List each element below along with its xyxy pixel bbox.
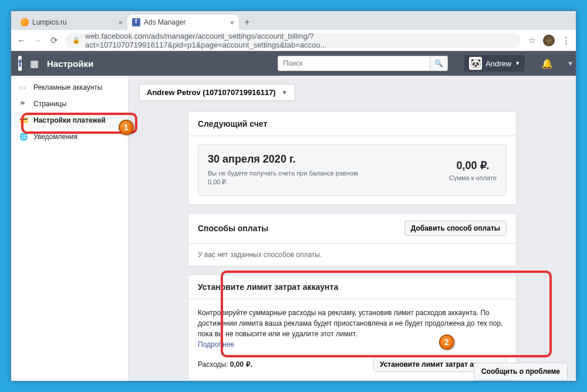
favicon-icon (132, 18, 140, 26)
next-bill-panel: Следующий счет 30 апреля 2020 г. Вы не б… (188, 111, 517, 205)
back-icon[interactable]: ← (16, 35, 26, 45)
user-name: Andrew (485, 59, 511, 68)
annotation-badge-1: 1 (119, 120, 134, 135)
bill-card: 30 апреля 2020 г. Вы не будете получать … (198, 144, 507, 196)
account-selector-label: Andrew Petrov (1071070719916117) (147, 88, 276, 97)
sidebar-item-label: Страницы (33, 100, 66, 108)
bill-amount: 0,00 ₽. (449, 159, 497, 172)
reload-icon[interactable]: ⟳ (49, 35, 59, 46)
close-tab-icon[interactable]: × (230, 18, 234, 27)
panel-header: Следующий счет (188, 112, 516, 136)
sidebar-item-label: Уведомления (33, 133, 77, 141)
new-tab-button[interactable]: + (239, 15, 255, 30)
sidebar-item-label: Рекламные аккаунты (33, 83, 102, 92)
search-button[interactable]: 🔍 (430, 56, 448, 71)
sidebar-item-payment-settings[interactable]: 💳 Настройки платежей (11, 112, 128, 129)
globe-icon: 🌐 (19, 133, 28, 141)
notifications-icon[interactable]: 🔔 (541, 58, 553, 69)
sidebar-item-notifications[interactable]: 🌐 Уведомления (11, 129, 128, 145)
profile-avatar[interactable] (543, 35, 555, 46)
empty-payment-note: У вас нет заданных способов оплаты. (188, 244, 516, 266)
panel-title: Установите лимит затрат аккаунта (198, 282, 338, 292)
chevron-down-icon: ▼ (515, 60, 520, 66)
forward-icon[interactable]: → (32, 35, 43, 45)
spend-amount: Расходы: 0,00 ₽. (198, 360, 252, 369)
flag-icon: ⚑ (19, 100, 28, 108)
sidebar-item-label: Настройки платежей (33, 116, 106, 124)
facebook-header: f ▦ Настройки 🔍 🐼 Andrew ▼ 🔔 ▼ (11, 51, 576, 76)
browser-tab-adsmanager[interactable]: Ads Manager × (127, 15, 239, 30)
tab-label: Ads Manager (144, 18, 226, 26)
address-bar: ← → ⟳ 🔒 web.facebook.com/ads/manager/acc… (11, 30, 576, 51)
url-text: web.facebook.com/ads/manager/account_set… (85, 32, 514, 49)
account-menu-icon[interactable]: ▼ (567, 60, 573, 67)
bill-amount-label: Сумма к оплате (449, 174, 497, 181)
tab-strip: Lumpics.ru × Ads Manager × + (11, 11, 576, 30)
browser-window: ─ ☐ ✕ Lumpics.ru × Ads Manager × + ← → ⟳… (11, 11, 576, 381)
star-icon[interactable]: ☆ (527, 35, 537, 46)
search-input[interactable] (278, 56, 430, 71)
tab-label: Lumpics.ru (32, 18, 114, 26)
apps-grid-icon[interactable]: ▦ (30, 58, 39, 69)
card-icon: 💳 (19, 116, 28, 124)
body-wrap: ▭ Рекламные аккаунты ⚑ Страницы 💳 Настро… (11, 76, 576, 381)
browser-tab-lumpics[interactable]: Lumpics.ru × (16, 15, 127, 30)
sidebar-item-pages[interactable]: ⚑ Страницы (11, 96, 128, 112)
panel-title: Следующий счет (198, 119, 267, 129)
learn-more-link[interactable]: Подробнее (198, 340, 507, 349)
favicon-icon (21, 18, 29, 26)
accounts-icon: ▭ (19, 83, 28, 92)
page-content: f ▦ Настройки 🔍 🐼 Andrew ▼ 🔔 ▼ ▭ Рекламн… (11, 51, 576, 381)
add-payment-method-button[interactable]: Добавить способ оплаты (404, 221, 507, 236)
bill-date: 30 апреля 2020 г. (208, 153, 366, 165)
annotation-badge-2: 2 (439, 334, 454, 350)
report-problem-button[interactable]: Сообщить о проблеме (474, 363, 568, 380)
search-wrap: 🔍 (278, 56, 448, 71)
url-field[interactable]: 🔒 web.facebook.com/ads/manager/account_s… (65, 33, 521, 48)
spend-limit-panel: Установите лимит затрат аккаунта Контрол… (188, 275, 517, 381)
facebook-logo-icon[interactable]: f (18, 56, 22, 71)
avatar-icon: 🐼 (469, 57, 482, 70)
user-chip[interactable]: 🐼 Andrew ▼ (464, 55, 525, 72)
payment-methods-panel: Способы оплаты Добавить способ оплаты У … (188, 213, 517, 266)
panel-title: Способы оплаты (198, 224, 268, 233)
page-title: Настройки (47, 59, 93, 69)
close-tab-icon[interactable]: × (118, 18, 123, 27)
panel-header: Способы оплаты Добавить способ оплаты (188, 214, 516, 244)
sidebar: ▭ Рекламные аккаунты ⚑ Страницы 💳 Настро… (11, 76, 129, 381)
menu-icon[interactable]: ⋮ (561, 35, 571, 46)
account-selector[interactable]: Andrew Petrov (1071070719916117) ▼ (139, 84, 295, 101)
bill-note: Вы не будете получать счета при балансе … (208, 169, 366, 187)
main-area: Andrew Petrov (1071070719916117) ▼ Следу… (129, 76, 576, 381)
chevron-down-icon: ▼ (282, 89, 288, 96)
panel-header: Установите лимит затрат аккаунта (188, 275, 516, 299)
sidebar-item-ad-accounts[interactable]: ▭ Рекламные аккаунты (11, 79, 128, 96)
lock-icon: 🔒 (72, 36, 80, 44)
spend-limit-description: Контролируйте суммарные расходы на рекла… (198, 309, 502, 338)
